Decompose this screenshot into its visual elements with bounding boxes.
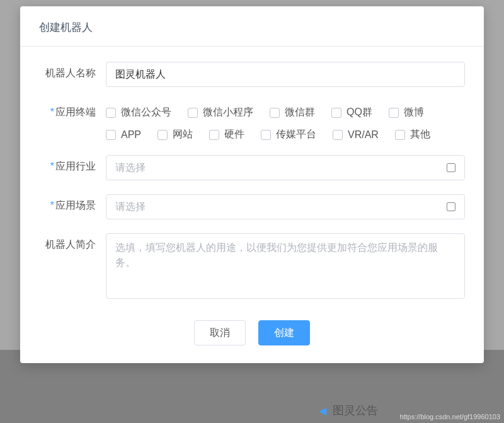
intro-textarea[interactable] [106, 233, 465, 299]
checkbox-icon [389, 108, 399, 118]
terminal-checkbox-7[interactable]: 硬件 [209, 128, 244, 141]
checkbox-icon [158, 130, 168, 140]
intro-label: 机器人简介 [39, 233, 106, 252]
checkbox-icon [261, 130, 271, 140]
terminal-label: 网站 [173, 128, 193, 141]
checkbox-icon [106, 108, 116, 118]
terminal-checkbox-0[interactable]: 微信公众号 [106, 106, 171, 119]
announcement-label: 图灵公告 [333, 403, 378, 418]
create-button[interactable]: 创建 [258, 320, 310, 345]
terminal-checkbox-10[interactable]: 其他 [395, 128, 430, 141]
robot-name-input[interactable] [106, 62, 465, 87]
terminal-checkbox-9[interactable]: VR/AR [333, 128, 379, 141]
terminal-label: 其他 [410, 128, 430, 141]
modal-title: 创建机器人 [20, 6, 484, 47]
terminal-checkbox-2[interactable]: 微信群 [270, 106, 315, 119]
terminal-label: QQ群 [346, 106, 372, 119]
industry-label: 应用行业 [39, 155, 106, 173]
terminal-checkbox-1[interactable]: 微信小程序 [188, 106, 253, 119]
terminal-label: 应用终端 [39, 101, 106, 119]
industry-select[interactable]: 请选择 [106, 155, 465, 180]
terminal-label: 传媒平台 [276, 128, 316, 141]
create-robot-modal: 创建机器人 机器人名称 应用终端 微信公众号微信小程序微信群QQ群微博APP网站… [20, 6, 484, 363]
scene-select[interactable]: 请选择 [106, 194, 465, 219]
robot-name-label: 机器人名称 [39, 62, 106, 80]
speaker-icon: ◀ [319, 405, 326, 417]
terminal-checkbox-5[interactable]: APP [106, 128, 141, 141]
watermark-text: https://blog.csdn.net/gf19960103 [399, 413, 500, 420]
terminal-label: 微信群 [285, 106, 315, 119]
terminal-label: 微信公众号 [121, 106, 171, 119]
checkbox-icon [188, 108, 198, 118]
terminal-label: 硬件 [224, 128, 244, 141]
scene-placeholder: 请选择 [115, 200, 146, 214]
checkbox-icon [331, 108, 341, 118]
terminal-checkbox-4[interactable]: 微博 [389, 106, 424, 119]
checkbox-icon [106, 130, 116, 140]
terminal-label: 微信小程序 [203, 106, 253, 119]
announcement-link[interactable]: ◀ 图灵公告 [319, 403, 378, 418]
terminal-checkbox-3[interactable]: QQ群 [331, 106, 372, 119]
dropdown-icon [447, 202, 455, 211]
checkbox-icon [395, 130, 405, 140]
scene-label: 应用场景 [39, 194, 106, 212]
terminal-checkbox-8[interactable]: 传媒平台 [261, 128, 316, 141]
terminal-label: VR/AR [348, 129, 379, 141]
terminal-label: 微博 [404, 106, 424, 119]
industry-placeholder: 请选择 [115, 161, 146, 175]
terminal-label: APP [121, 129, 141, 141]
checkbox-icon [270, 108, 280, 118]
terminal-checkbox-6[interactable]: 网站 [158, 128, 193, 141]
cancel-button[interactable]: 取消 [194, 320, 246, 345]
dropdown-icon [447, 163, 455, 172]
checkbox-icon [209, 130, 219, 140]
checkbox-icon [333, 130, 343, 140]
